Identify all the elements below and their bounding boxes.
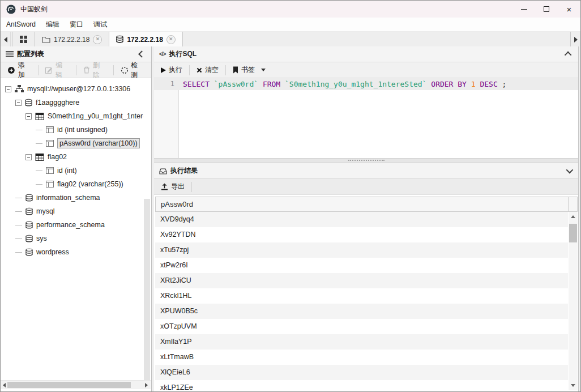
menu-edit[interactable]: 编辑: [41, 20, 65, 29]
table-icon: [35, 113, 44, 120]
scroll-up-icon[interactable]: [571, 215, 575, 218]
sql-editor-line[interactable]: SELECT `pAssw0rd` FROM `S0meth1ng_y0u_m1…: [179, 78, 578, 90]
config-panel-title: 配置列表: [17, 49, 44, 59]
tree-item-column[interactable]: flag02 (varchar(255)): [1, 177, 143, 191]
list-icon: [6, 51, 14, 57]
collapse-panel-button[interactable]: [139, 52, 146, 57]
titlebar: 中国蚁剑 ×: [1, 1, 580, 18]
tree-item-database[interactable]: sys: [1, 232, 143, 245]
sql-workspace: </> 执行SQL 执行 清空 书签: [154, 46, 579, 391]
result-row[interactable]: XVD9dyq4: [155, 212, 568, 227]
tab-home[interactable]: [12, 32, 35, 47]
tree-item-connection[interactable]: mysqli://wpuser@127.0.0.1:3306: [1, 82, 143, 96]
column-header[interactable]: pAssw0rd: [156, 200, 568, 208]
horizontal-scrollbar-thumb[interactable]: [7, 382, 131, 388]
tab-close-icon[interactable]: ✕: [93, 35, 102, 44]
delete-label: 删除: [93, 61, 106, 80]
collapse-sql-button[interactable]: [566, 52, 573, 57]
clear-button[interactable]: 清空: [190, 62, 225, 78]
collapse-results-button[interactable]: [566, 168, 573, 173]
tree-item-database[interactable]: performance_schema: [1, 218, 143, 232]
tree-connector: [15, 252, 22, 253]
connection-icon: [15, 85, 24, 93]
tab-scroll-left-button[interactable]: [1, 32, 11, 47]
database-icon: [25, 194, 33, 202]
check-button[interactable]: 检测: [114, 62, 151, 78]
export-icon: [161, 183, 168, 190]
tree-collapse-icon[interactable]: [25, 113, 32, 120]
result-row[interactable]: XRt2JiCU: [155, 273, 568, 288]
menu-antsword[interactable]: AntSword: [6, 20, 41, 28]
run-label: 执行: [169, 65, 182, 75]
folder-icon: [42, 36, 50, 43]
scroll-left-icon[interactable]: [3, 383, 6, 387]
menu-debug[interactable]: 调试: [88, 20, 112, 29]
tree-connector: [15, 238, 22, 239]
minimize-button[interactable]: [512, 1, 535, 18]
result-row[interactable]: XRckl1HL: [155, 288, 568, 304]
menubar: AntSword 编辑 窗口 调试: [1, 18, 580, 32]
column-icon: [46, 140, 54, 147]
tree-connector: [36, 130, 42, 130]
result-row[interactable]: xtPw2r6I: [155, 258, 568, 273]
tree-item-table[interactable]: S0meth1ng_y0u_m1ght_1ntereSted: [1, 109, 143, 123]
tab-database[interactable]: 172.22.2.18 ✕: [109, 32, 182, 47]
export-label: 导出: [171, 182, 185, 191]
tree-collapse-icon[interactable]: [5, 86, 11, 92]
scroll-right-icon[interactable]: [145, 383, 148, 387]
tree-item-label: mysql: [36, 207, 55, 215]
close-button[interactable]: ×: [558, 1, 580, 18]
trash-icon: [83, 66, 90, 74]
add-button[interactable]: 添加: [1, 62, 38, 78]
tree-item-database[interactable]: mysql: [1, 204, 143, 218]
panel-splitter[interactable]: [154, 158, 578, 163]
bookmark-icon: [233, 66, 238, 74]
tree-vertical-scrollbar-thumb[interactable]: [144, 199, 150, 380]
result-row[interactable]: XmIlaY1P: [155, 334, 568, 350]
tree-item-database[interactable]: information_schema: [1, 191, 143, 204]
app-window: 中国蚁剑 × AntSword 编辑 窗口 调试 172.22.2.18 ✕: [0, 0, 581, 392]
tab-scroll-right-button[interactable]: [570, 32, 580, 47]
result-row[interactable]: Xv92YTDN: [155, 227, 568, 242]
tab-file-manager[interactable]: 172.22.2.18 ✕: [35, 32, 109, 47]
database-icon: [25, 248, 33, 257]
result-row[interactable]: xTu57zpj: [155, 242, 568, 258]
tree-item-database[interactable]: f1aagggghere: [1, 96, 143, 109]
tab-label: 172.22.2.18: [54, 36, 89, 44]
result-row[interactable]: xOTzpUVM: [155, 319, 568, 334]
tree-item-label: mysqli://wpuser@127.0.0.1:3306: [27, 85, 130, 93]
bookmark-button[interactable]: 书签: [226, 62, 272, 78]
chevron-left-icon: [138, 50, 146, 58]
tree-horizontal-scrollbar[interactable]: [1, 380, 151, 389]
result-row[interactable]: XlQEieL6: [155, 365, 568, 380]
edit-button[interactable]: 编辑: [39, 62, 76, 78]
config-toolbar: 添加 编辑 删除: [1, 62, 151, 78]
tree-item-column-selected[interactable]: pAssw0rd (varchar(100)): [1, 137, 143, 150]
result-row[interactable]: xkLP1ZEe: [155, 380, 568, 391]
tree-collapse-icon[interactable]: [25, 154, 32, 160]
menu-window[interactable]: 窗口: [65, 20, 88, 29]
column-icon: [46, 181, 54, 188]
tree-item-column[interactable]: id (int): [1, 164, 143, 177]
results-vertical-scrollbar[interactable]: [569, 212, 578, 390]
delete-button[interactable]: 删除: [76, 62, 113, 78]
vertical-scrollbar-thumb[interactable]: [569, 224, 577, 242]
database-icon: [25, 221, 33, 229]
result-row[interactable]: xLtTmawB: [155, 350, 568, 365]
results-panel-title: 执行结果: [170, 166, 198, 176]
tree-item-database[interactable]: wordpress: [1, 245, 143, 259]
run-button[interactable]: 执行: [154, 62, 189, 78]
scroll-down-icon[interactable]: [571, 384, 575, 387]
tree-item-column[interactable]: id (int unsigned): [1, 123, 143, 137]
result-row[interactable]: XPUW0B5c: [155, 304, 568, 319]
database-icon: [25, 235, 33, 243]
tab-close-icon[interactable]: ✕: [166, 35, 176, 44]
sql-editor[interactable]: 1 SELECT `pAssw0rd` FROM `S0meth1ng_y0u_…: [154, 78, 578, 158]
export-button[interactable]: 导出: [154, 179, 191, 194]
clear-label: 清空: [205, 65, 219, 75]
minimize-icon: [521, 9, 527, 10]
tree-collapse-icon[interactable]: [15, 100, 22, 106]
maximize-button[interactable]: [535, 1, 558, 18]
tree-item-table[interactable]: flag02: [1, 150, 143, 164]
caret-down-icon: [261, 69, 266, 71]
